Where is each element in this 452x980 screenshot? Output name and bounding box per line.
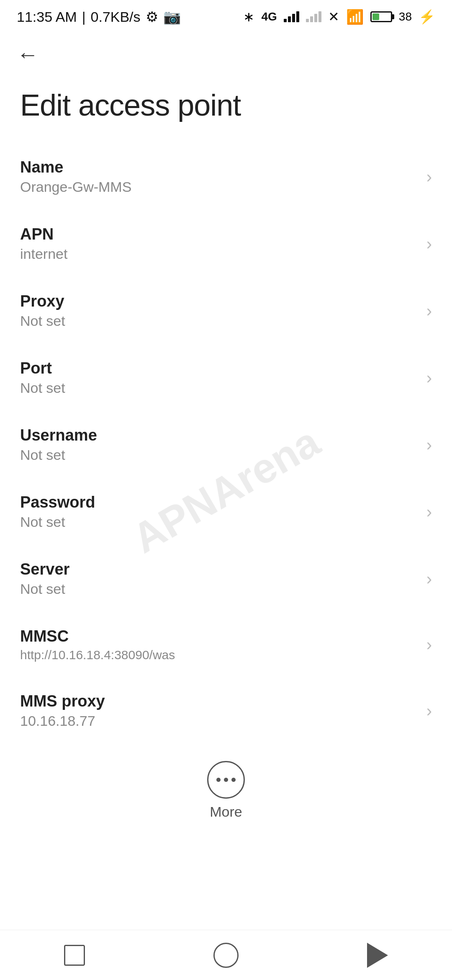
port-chevron-icon: ›: [426, 369, 432, 387]
back-nav-button[interactable]: [367, 943, 388, 968]
password-chevron-icon: ›: [426, 503, 432, 521]
signal-4g-icon: 4G: [261, 10, 277, 23]
separator: |: [82, 9, 86, 25]
more-button[interactable]: [207, 761, 245, 799]
server-value: Not set: [20, 581, 418, 597]
back-button[interactable]: ←: [17, 42, 39, 67]
signal-bars-2: [306, 11, 321, 22]
name-value: Orange-Gw-MMS: [20, 179, 418, 195]
mmsc-setting[interactable]: MMSC http://10.16.18.4:38090/was ›: [0, 612, 452, 677]
more-label: More: [210, 804, 242, 820]
proxy-content: Proxy Not set: [20, 292, 418, 329]
home-button[interactable]: [213, 943, 239, 968]
mmsc-value: http://10.16.18.4:38090/was: [20, 648, 418, 662]
page-title: Edit access point: [0, 75, 452, 143]
mmsc-chevron-icon: ›: [426, 635, 432, 654]
top-navigation: ←: [0, 34, 452, 75]
name-content: Name Orange-Gw-MMS: [20, 158, 418, 195]
bolt-icon: ⚡: [419, 9, 435, 25]
recent-apps-button[interactable]: [64, 945, 85, 966]
name-chevron-icon: ›: [426, 168, 432, 186]
status-right: ∗ 4G ✕ 📶 38 ⚡: [243, 8, 435, 25]
password-content: Password Not set: [20, 493, 418, 530]
mmsc-content: MMSC http://10.16.18.4:38090/was: [20, 627, 418, 662]
password-label: Password: [20, 493, 418, 511]
proxy-setting[interactable]: Proxy Not set ›: [0, 277, 452, 344]
username-content: Username Not set: [20, 426, 418, 463]
username-setting[interactable]: Username Not set ›: [0, 411, 452, 478]
password-setting[interactable]: Password Not set ›: [0, 478, 452, 545]
mms-proxy-chevron-icon: ›: [426, 701, 432, 720]
apn-content: APN internet: [20, 225, 418, 262]
battery-indicator: [370, 11, 392, 22]
username-label: Username: [20, 426, 418, 444]
mms-proxy-content: MMS proxy 10.16.18.77: [20, 692, 418, 729]
recent-apps-icon: [64, 945, 85, 966]
apn-value: internet: [20, 246, 418, 262]
password-value: Not set: [20, 514, 418, 530]
username-value: Not set: [20, 447, 418, 463]
back-icon: [367, 943, 388, 968]
name-setting[interactable]: Name Orange-Gw-MMS ›: [0, 143, 452, 210]
more-section: More: [0, 744, 452, 833]
status-left: 11:35 AM | 0.7KB/s ⚙ 📷: [17, 8, 181, 25]
no-signal-icon: ✕: [328, 9, 339, 25]
port-setting[interactable]: Port Not set ›: [0, 344, 452, 411]
home-icon: [213, 943, 239, 968]
server-setting[interactable]: Server Not set ›: [0, 545, 452, 612]
proxy-chevron-icon: ›: [426, 302, 432, 320]
wifi-icon: 📶: [346, 8, 364, 25]
server-chevron-icon: ›: [426, 570, 432, 588]
settings-icon: ⚙: [146, 8, 158, 25]
apn-setting[interactable]: APN internet ›: [0, 210, 452, 277]
camera-icon: 📷: [163, 8, 181, 25]
status-bar: 11:35 AM | 0.7KB/s ⚙ 📷 ∗ 4G ✕ 📶 38 ⚡: [0, 0, 452, 34]
bluetooth-icon: ∗: [243, 9, 254, 25]
more-dots-icon: [216, 778, 236, 782]
mms-proxy-label: MMS proxy: [20, 692, 418, 710]
mms-proxy-value: 10.16.18.77: [20, 713, 418, 729]
server-label: Server: [20, 560, 418, 578]
mmsc-label: MMSC: [20, 627, 418, 645]
server-content: Server Not set: [20, 560, 418, 597]
username-chevron-icon: ›: [426, 436, 432, 454]
port-label: Port: [20, 359, 418, 377]
port-value: Not set: [20, 380, 418, 396]
apn-chevron-icon: ›: [426, 235, 432, 253]
apn-label: APN: [20, 225, 418, 243]
battery-percent: 38: [399, 10, 412, 23]
time-display: 11:35 AM: [17, 9, 77, 25]
port-content: Port Not set: [20, 359, 418, 396]
bottom-navigation: [0, 930, 452, 980]
mms-proxy-setting[interactable]: MMS proxy 10.16.18.77 ›: [0, 677, 452, 744]
settings-list: Name Orange-Gw-MMS › APN internet › Prox…: [0, 143, 452, 744]
speed-display: 0.7KB/s: [91, 9, 141, 25]
proxy-label: Proxy: [20, 292, 418, 310]
proxy-value: Not set: [20, 313, 418, 329]
signal-bars-1: [284, 11, 299, 22]
name-label: Name: [20, 158, 418, 176]
